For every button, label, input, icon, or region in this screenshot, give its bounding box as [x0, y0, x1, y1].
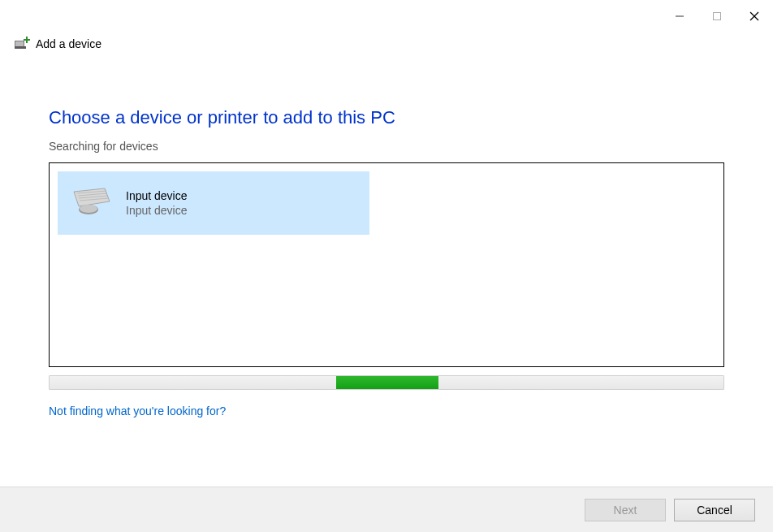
minimize-icon: [675, 11, 684, 21]
svg-rect-6: [15, 46, 26, 49]
page-heading: Choose a device or printer to add to thi…: [49, 107, 724, 128]
close-icon: [749, 11, 760, 22]
device-type: Input device: [126, 204, 188, 217]
svg-rect-5: [15, 41, 24, 46]
device-text: Input device Input device: [126, 189, 188, 217]
window-header: Add a device: [0, 26, 773, 58]
next-button[interactable]: Next: [585, 499, 666, 521]
progress-bar: [49, 375, 724, 390]
help-link[interactable]: Not finding what you're looking for?: [49, 404, 226, 417]
status-text: Searching for devices: [49, 140, 724, 153]
close-button[interactable]: [736, 3, 773, 29]
maximize-button[interactable]: [698, 3, 736, 29]
minimize-button[interactable]: [661, 3, 698, 29]
content-area: Choose a device or printer to add to thi…: [0, 58, 773, 418]
svg-point-16: [80, 205, 97, 213]
keyboard-mouse-icon: [69, 187, 113, 219]
device-item[interactable]: Input device Input device: [58, 171, 369, 235]
svg-rect-9: [24, 39, 30, 41]
svg-rect-1: [714, 13, 721, 20]
maximize-icon: [712, 11, 722, 21]
dialog-footer: Next Cancel: [0, 487, 773, 532]
window-titlebar: [0, 0, 773, 26]
add-device-icon: [13, 36, 29, 52]
progress-fill: [336, 376, 438, 389]
cancel-button[interactable]: Cancel: [674, 499, 755, 521]
device-list[interactable]: Input device Input device: [49, 162, 724, 367]
device-name: Input device: [126, 189, 188, 202]
window-title: Add a device: [36, 37, 101, 50]
